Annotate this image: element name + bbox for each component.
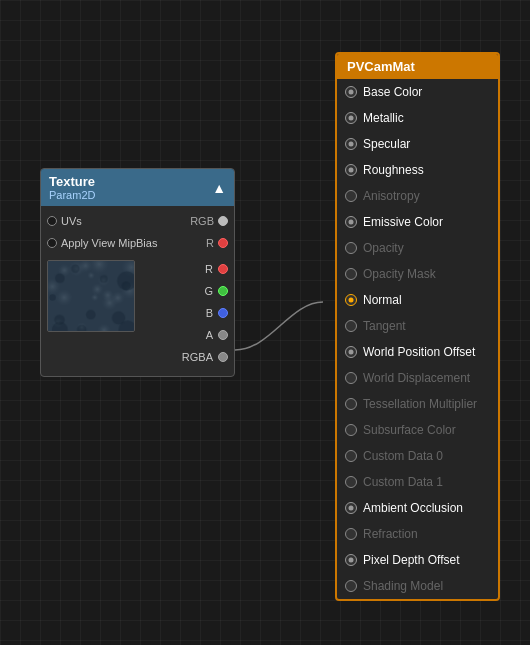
normal-pin: [345, 294, 357, 306]
mipbias-input-pin: [47, 238, 57, 248]
g-pin: [218, 286, 228, 296]
base-color-label: Base Color: [363, 85, 422, 99]
custom-data1-pin: [345, 476, 357, 488]
uvs-row: UVs RGB: [41, 210, 234, 232]
a-label: A: [206, 329, 213, 341]
roughness-pin: [345, 164, 357, 176]
ambient-occlusion-label: Ambient Occlusion: [363, 501, 463, 515]
world-displacement-label: World Displacement: [363, 371, 470, 385]
refraction-row[interactable]: Refraction: [337, 521, 498, 547]
normal-row[interactable]: Normal: [337, 287, 498, 313]
uvs-type: RGB: [190, 215, 214, 227]
anisotropy-row[interactable]: Anisotropy: [337, 183, 498, 209]
output-pins: R G B A RGBA: [141, 256, 234, 368]
pixel-depth-offset-label: Pixel Depth Offset: [363, 553, 460, 567]
texture-node-body: UVs RGB Apply View MipBias R: [41, 206, 234, 376]
world-position-offset-pin: [345, 346, 357, 358]
b-pin: [218, 308, 228, 318]
metallic-pin: [345, 112, 357, 124]
emissive-label: Emissive Color: [363, 215, 443, 229]
mipbias-output-pin: [218, 238, 228, 248]
custom-data1-row[interactable]: Custom Data 1: [337, 469, 498, 495]
g-label: G: [204, 285, 213, 297]
material-node-header: PVCamMat: [337, 54, 498, 79]
shading-model-label: Shading Model: [363, 579, 443, 593]
rgba-pin: [218, 352, 228, 362]
material-node-title: PVCamMat: [347, 59, 415, 74]
world-displacement-pin: [345, 372, 357, 384]
r-output: R: [141, 258, 234, 280]
refraction-label: Refraction: [363, 527, 418, 541]
pixel-depth-offset-pin: [345, 554, 357, 566]
uvs-label: UVs: [61, 215, 82, 227]
material-node: PVCamMat Base Color Metallic Specular Ro…: [335, 52, 500, 601]
base-color-pin: [345, 86, 357, 98]
world-position-offset-row[interactable]: World Position Offset: [337, 339, 498, 365]
custom-data1-label: Custom Data 1: [363, 475, 443, 489]
opacity-mask-label: Opacity Mask: [363, 267, 436, 281]
mipbias-label: Apply View MipBias: [61, 237, 157, 249]
base-color-row[interactable]: Base Color: [337, 79, 498, 105]
anisotropy-pin: [345, 190, 357, 202]
pixel-depth-offset-row[interactable]: Pixel Depth Offset: [337, 547, 498, 573]
texture-preview-section: R G B A RGBA: [41, 254, 234, 372]
tessellation-pin: [345, 398, 357, 410]
tangent-pin: [345, 320, 357, 332]
subsurface-pin: [345, 424, 357, 436]
anisotropy-label: Anisotropy: [363, 189, 420, 203]
specular-row[interactable]: Specular: [337, 131, 498, 157]
tangent-label: Tangent: [363, 319, 406, 333]
texture-node-header: Texture Param2D ▲: [41, 169, 234, 206]
texture-preview: [47, 260, 135, 332]
opacity-mask-row[interactable]: Opacity Mask: [337, 261, 498, 287]
b-output: B: [141, 302, 234, 324]
refraction-pin: [345, 528, 357, 540]
subsurface-row[interactable]: Subsurface Color: [337, 417, 498, 443]
rgba-output: RGBA: [141, 346, 234, 368]
emissive-row[interactable]: Emissive Color: [337, 209, 498, 235]
opacity-label: Opacity: [363, 241, 404, 255]
mipbias-type: R: [206, 237, 214, 249]
metallic-label: Metallic: [363, 111, 404, 125]
metallic-row[interactable]: Metallic: [337, 105, 498, 131]
r-pin: [218, 264, 228, 274]
opacity-pin: [345, 242, 357, 254]
rgba-label: RGBA: [182, 351, 213, 363]
opacity-mask-pin: [345, 268, 357, 280]
specular-pin: [345, 138, 357, 150]
texture-node: Texture Param2D ▲ UVs RGB Apply View Mip…: [40, 168, 235, 377]
ambient-occlusion-row[interactable]: Ambient Occlusion: [337, 495, 498, 521]
r-label: R: [205, 263, 213, 275]
mipbias-row: Apply View MipBias R: [41, 232, 234, 254]
texture-node-title: Texture: [49, 174, 95, 189]
custom-data0-label: Custom Data 0: [363, 449, 443, 463]
world-displacement-row[interactable]: World Displacement: [337, 365, 498, 391]
b-label: B: [206, 307, 213, 319]
uvs-output-pin: [218, 216, 228, 226]
roughness-row[interactable]: Roughness: [337, 157, 498, 183]
subsurface-label: Subsurface Color: [363, 423, 456, 437]
custom-data0-row[interactable]: Custom Data 0: [337, 443, 498, 469]
opacity-row[interactable]: Opacity: [337, 235, 498, 261]
collapse-icon[interactable]: ▲: [212, 180, 226, 196]
shading-model-row[interactable]: Shading Model: [337, 573, 498, 599]
ambient-occlusion-pin: [345, 502, 357, 514]
custom-data0-pin: [345, 450, 357, 462]
roughness-label: Roughness: [363, 163, 424, 177]
shading-model-pin: [345, 580, 357, 592]
uvs-input-pin: [47, 216, 57, 226]
g-output: G: [141, 280, 234, 302]
tangent-row[interactable]: Tangent: [337, 313, 498, 339]
world-position-offset-label: World Position Offset: [363, 345, 475, 359]
emissive-pin: [345, 216, 357, 228]
normal-label: Normal: [363, 293, 402, 307]
a-pin: [218, 330, 228, 340]
texture-canvas: [48, 261, 134, 331]
a-output: A: [141, 324, 234, 346]
specular-label: Specular: [363, 137, 410, 151]
tessellation-row[interactable]: Tessellation Multiplier: [337, 391, 498, 417]
tessellation-label: Tessellation Multiplier: [363, 397, 477, 411]
texture-node-subtitle: Param2D: [49, 189, 95, 201]
